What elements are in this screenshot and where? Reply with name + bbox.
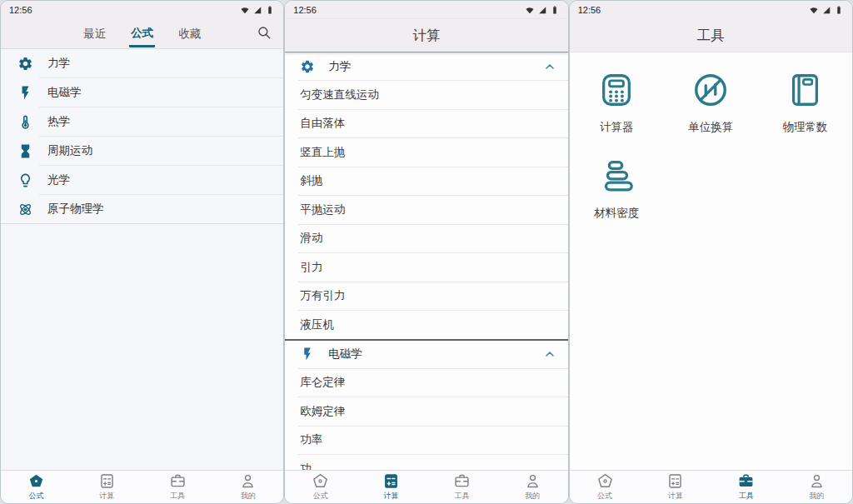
status-icons: [240, 5, 275, 15]
hourglass-icon: [17, 143, 33, 159]
page-title: 工具: [570, 19, 852, 52]
battery-icon: [550, 5, 560, 15]
bottom-nav: 公式 计算 工具 我的: [1, 470, 283, 503]
category-atomic-physics[interactable]: 原子物理学: [1, 195, 283, 223]
wifi-icon: [240, 5, 250, 15]
nav-formulas[interactable]: 公式: [570, 471, 641, 503]
status-time: 12:56: [9, 5, 32, 15]
nav-tools[interactable]: 工具: [142, 471, 213, 503]
nav-mine[interactable]: 我的: [781, 471, 852, 503]
person-icon: [239, 472, 257, 490]
nav-label: 公式: [28, 491, 43, 502]
tool-label: 材料密度: [594, 206, 639, 221]
book-icon: [786, 71, 824, 109]
density-icon: [597, 157, 636, 195]
tab-bar: 最近 公式 收藏: [1, 19, 283, 49]
calc-item[interactable]: 引力: [285, 253, 567, 282]
tool-label: 物理常数: [782, 120, 827, 135]
calculator-nav-icon: [98, 472, 116, 490]
calc-item[interactable]: 斜抛: [285, 167, 567, 196]
chevron-up-icon: [543, 60, 556, 73]
category-label: 力学: [47, 56, 70, 71]
status-bar: 12:56: [570, 1, 852, 19]
calc-item[interactable]: 功: [285, 455, 567, 470]
category-label: 电磁学: [47, 85, 82, 100]
gear-icon: [300, 59, 315, 74]
battery-icon: [834, 5, 844, 15]
nav-tools[interactable]: 工具: [711, 471, 781, 503]
calc-item[interactable]: 竖直上抛: [285, 138, 567, 167]
tool-unit-conversion[interactable]: 单位换算: [664, 71, 758, 135]
tool-material-density[interactable]: 材料密度: [570, 157, 664, 221]
nav-formulas[interactable]: 公式: [285, 471, 356, 503]
signal-icon: [821, 5, 831, 15]
nav-label: 工具: [739, 491, 754, 502]
calc-item[interactable]: 万有引力: [285, 282, 567, 311]
status-time: 12:56: [293, 5, 317, 15]
toolbox-icon: [453, 472, 471, 490]
section-electromagnetism[interactable]: 电磁学: [285, 341, 567, 368]
category-optics[interactable]: 光学: [1, 166, 283, 194]
status-bar: 12:56: [1, 1, 283, 19]
tab-favorites[interactable]: 收藏: [177, 22, 202, 46]
calculator-icon: [597, 71, 636, 109]
nav-label: 计算: [668, 491, 683, 502]
calc-item[interactable]: 欧姆定律: [285, 397, 567, 426]
unit-convert-icon: [691, 71, 730, 109]
screen-tools: 12:56 工具 计算器 单位换算 物理常数: [569, 0, 853, 504]
category-periodic-motion[interactable]: 周期运动: [1, 137, 283, 165]
calc-item[interactable]: 自由落体: [285, 110, 567, 138]
category-mechanics[interactable]: 力学: [1, 49, 283, 77]
bottom-nav: 公式 计算 工具 我的: [570, 470, 852, 503]
tool-label: 单位换算: [688, 120, 733, 135]
nav-calculate[interactable]: 计算: [356, 471, 426, 503]
calc-item[interactable]: 液压机: [285, 311, 567, 339]
category-electromagnetism[interactable]: 电磁学: [1, 78, 283, 107]
screen-calculate: 12:56 计算 力学 匀变速直线运动 自由落体 竖直上抛 斜抛 平抛运动: [284, 0, 568, 504]
person-icon: [808, 472, 826, 490]
page-title: 计算: [285, 19, 567, 52]
thermometer-icon: [17, 114, 33, 130]
nav-label: 计算: [384, 491, 399, 502]
search-icon[interactable]: [257, 25, 272, 43]
wifi-icon: [809, 5, 819, 15]
signal-icon: [252, 5, 262, 15]
signal-icon: [537, 5, 547, 15]
section-label: 电磁学: [328, 347, 529, 362]
calculator-nav-icon: [666, 472, 684, 490]
tool-label: 计算器: [600, 120, 634, 135]
nav-tools[interactable]: 工具: [426, 471, 497, 503]
category-label: 热学: [47, 114, 70, 129]
category-label: 光学: [47, 172, 70, 187]
lightning-icon: [17, 85, 33, 101]
category-list: 力学 电磁学 热学 周期运动 光学: [1, 49, 283, 224]
section-mechanics[interactable]: 力学: [285, 52, 567, 80]
bottom-nav: 公式 计算 工具 我的: [285, 470, 567, 503]
nav-label: 我的: [241, 491, 256, 502]
nav-label: 公式: [597, 491, 612, 502]
nav-label: 我的: [810, 491, 825, 502]
calc-item[interactable]: 功率: [285, 427, 567, 455]
nav-formulas[interactable]: 公式: [1, 471, 72, 503]
category-thermodynamics[interactable]: 热学: [1, 107, 283, 136]
nav-mine[interactable]: 我的: [497, 471, 568, 503]
person-icon: [524, 472, 541, 490]
status-icons: [809, 5, 844, 15]
tool-physical-constants[interactable]: 物理常数: [758, 71, 852, 135]
nav-mine[interactable]: 我的: [212, 471, 283, 503]
nav-calculate[interactable]: 计算: [72, 471, 142, 503]
tool-calculator[interactable]: 计算器: [570, 71, 664, 135]
calculator-nav-icon: [382, 472, 400, 490]
calc-item[interactable]: 匀变速直线运动: [285, 81, 567, 109]
calc-item[interactable]: 滑动: [285, 225, 567, 253]
gear-icon: [17, 56, 33, 72]
toolbox-icon: [737, 472, 755, 490]
nav-calculate[interactable]: 计算: [640, 471, 711, 503]
tab-formulas[interactable]: 公式: [129, 21, 155, 47]
calc-item[interactable]: 库仑定律: [285, 369, 567, 397]
tab-recent[interactable]: 最近: [82, 22, 107, 46]
calc-item[interactable]: 平抛运动: [285, 196, 567, 224]
status-bar: 12:56: [285, 1, 567, 19]
wifi-icon: [525, 5, 535, 15]
three-screen-layout: 12:56 最近 公式 收藏 力学 电磁学: [0, 0, 853, 504]
